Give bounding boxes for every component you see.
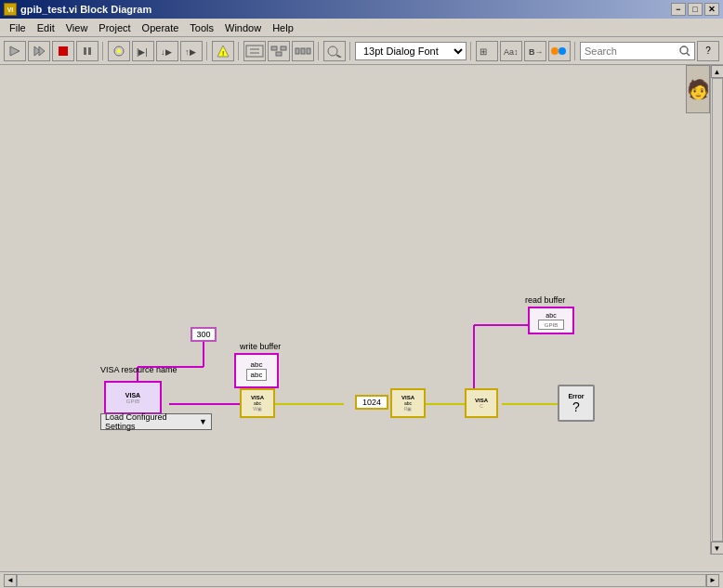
- search-input[interactable]: [585, 46, 677, 57]
- svg-text:|▶|: |▶|: [137, 47, 148, 57]
- visa-close-block[interactable]: VISA C: [465, 388, 498, 418]
- const-300[interactable]: 300: [191, 327, 217, 342]
- menu-bar: File Edit View Project Operate Tools Win…: [0, 19, 723, 37]
- v-scroll-track[interactable]: [712, 78, 723, 542]
- user-icon: 🧑: [686, 65, 710, 113]
- read-buffer-inner: GPIB: [538, 320, 564, 330]
- scroll-down-btn[interactable]: ▼: [711, 542, 724, 555]
- menu-window[interactable]: Window: [219, 20, 267, 35]
- visa-write-w: W▣: [253, 406, 262, 412]
- const-1024[interactable]: 1024: [355, 395, 388, 410]
- menu-file[interactable]: File: [4, 20, 32, 35]
- svg-text:!: !: [222, 49, 224, 58]
- step-out-btn[interactable]: ↑▶: [180, 41, 203, 61]
- svg-rect-20: [301, 48, 305, 54]
- minimize-button[interactable]: −: [671, 3, 686, 16]
- toolbar: |▶| ↓▶ ↑▶ ! 13pt Dialog Font ⊞ Aa↕ B→: [0, 37, 723, 65]
- visa-close-c: C: [480, 403, 483, 409]
- svg-rect-21: [307, 48, 310, 54]
- right-scrollbar[interactable]: ▲ ▼: [710, 65, 723, 555]
- font-size-btn[interactable]: Aa↕: [500, 41, 522, 61]
- distribute-btn[interactable]: [292, 41, 314, 61]
- svg-point-27: [551, 47, 559, 55]
- menu-tools[interactable]: Tools: [184, 20, 219, 35]
- sep2: [206, 42, 208, 60]
- read-abc-label: abc: [546, 312, 556, 319]
- sep4: [318, 42, 320, 60]
- svg-point-22: [328, 46, 337, 56]
- svg-rect-18: [276, 52, 282, 56]
- zoom-btn[interactable]: [323, 41, 346, 61]
- svg-rect-19: [296, 48, 299, 54]
- wire-layer: [0, 65, 723, 571]
- svg-text:Aa↕: Aa↕: [504, 47, 519, 57]
- svg-point-29: [680, 46, 688, 54]
- pause-btn[interactable]: [76, 41, 99, 61]
- svg-rect-3: [59, 46, 68, 56]
- clean-diagram-btn[interactable]: [243, 41, 266, 61]
- sep1: [102, 42, 104, 60]
- svg-rect-13: [246, 46, 263, 57]
- block-diagram-canvas[interactable]: 🧑 VISA resource name: [0, 65, 723, 571]
- main-area: 🧑 VISA resource name: [0, 65, 723, 571]
- svg-point-28: [559, 47, 566, 55]
- menu-operate[interactable]: Operate: [137, 20, 185, 35]
- help-btn[interactable]: ?: [697, 41, 719, 61]
- run-arrow-btn[interactable]: [4, 41, 26, 61]
- search-box[interactable]: [580, 42, 695, 60]
- visa-resource-block[interactable]: VISA GPIB: [104, 381, 162, 414]
- font-dropdown[interactable]: 13pt Dialog Font: [355, 42, 467, 60]
- menu-edit[interactable]: Edit: [32, 20, 60, 35]
- visa-read-block[interactable]: VISA abc R▣: [390, 388, 426, 418]
- error-label: Error: [568, 393, 584, 399]
- load-configured-dropdown[interactable]: Load Configured Settings ▼: [100, 413, 212, 430]
- app-icon: VI: [4, 3, 17, 16]
- read-buffer-display[interactable]: abc GPIB: [528, 307, 574, 334]
- sep6: [470, 42, 472, 60]
- svg-text:↑▶: ↑▶: [185, 47, 196, 57]
- abc-inner-box: abc: [246, 369, 268, 381]
- dropdown-arrow-icon: ▼: [199, 417, 207, 426]
- search-icon: [679, 46, 690, 57]
- menu-view[interactable]: View: [60, 20, 94, 35]
- svg-text:⊞: ⊞: [480, 46, 487, 57]
- read-buffer-label: read buffer: [525, 295, 565, 305]
- error-block[interactable]: Error ?: [558, 385, 595, 422]
- menu-help[interactable]: Help: [267, 20, 299, 35]
- step-into-btn[interactable]: ↓▶: [156, 41, 178, 61]
- visa-resource-name-label: VISA resource name: [100, 365, 177, 374]
- scroll-left-btn[interactable]: ◄: [4, 574, 17, 587]
- write-buffer-label: write buffer: [240, 342, 281, 351]
- error-sub-label: ?: [572, 399, 580, 414]
- status-bar: ◄ ►: [0, 571, 723, 588]
- abc-const-label: abc: [251, 360, 263, 369]
- run-continuously-btn[interactable]: [28, 41, 50, 61]
- abort-btn[interactable]: [52, 41, 74, 61]
- maximize-button[interactable]: □: [688, 3, 703, 16]
- close-button[interactable]: ✕: [704, 3, 719, 16]
- zoom-in-btn[interactable]: ⊞: [476, 41, 498, 61]
- write-buffer-const[interactable]: abc abc: [234, 353, 279, 388]
- color-btn[interactable]: [548, 41, 571, 61]
- svg-line-23: [336, 55, 341, 58]
- window-title: gpib_test.vi Block Diagram: [20, 4, 151, 15]
- scroll-up-btn[interactable]: ▲: [711, 65, 724, 78]
- visa-rsc-text: VISA: [125, 392, 140, 399]
- warn-btn[interactable]: !: [212, 41, 234, 61]
- svg-text:↓▶: ↓▶: [161, 47, 172, 57]
- visa-rsc-sub: GPIB: [126, 399, 139, 404]
- h-scrollbar[interactable]: [17, 574, 706, 587]
- highlight-btn[interactable]: [108, 41, 130, 61]
- svg-rect-17: [281, 46, 286, 50]
- sep3: [238, 42, 240, 60]
- bold-btn[interactable]: B→: [524, 41, 546, 61]
- step-over-btn[interactable]: |▶|: [132, 41, 154, 61]
- menu-project[interactable]: Project: [93, 20, 136, 35]
- svg-line-30: [687, 53, 690, 56]
- scroll-right-btn[interactable]: ►: [706, 574, 719, 587]
- svg-rect-16: [271, 46, 277, 50]
- visa-write-block[interactable]: VISA abc W▣: [240, 388, 275, 418]
- svg-text:B→: B→: [529, 47, 544, 57]
- visa-read-r: R▣: [404, 406, 413, 412]
- align-btn[interactable]: [268, 41, 290, 61]
